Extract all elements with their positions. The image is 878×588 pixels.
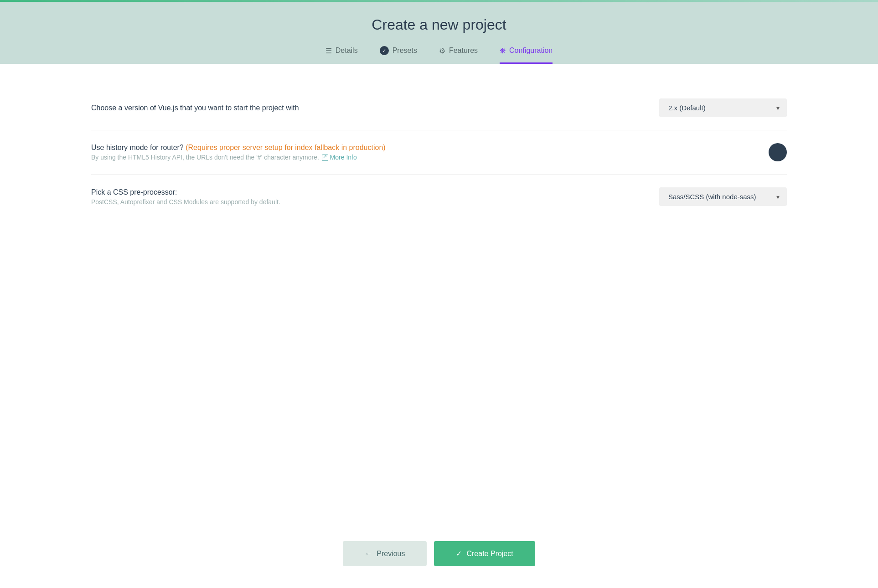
vue-version-select-wrapper: 2.x (Default) 3.x (Preview) ▾ <box>659 98 787 117</box>
previous-button-label: Previous <box>377 550 405 558</box>
create-project-label: Create Project <box>466 550 513 558</box>
history-mode-sublabel: By using the HTML5 History API, the URLs… <box>91 154 386 161</box>
css-preprocessor-control: Sass/SCSS (with node-sass) Less Stylus ▾ <box>659 187 787 206</box>
vue-version-label: Choose a version of Vue.js that you want… <box>91 104 299 112</box>
people-icon: ⚙ <box>439 46 445 55</box>
history-mode-control <box>769 143 787 161</box>
tab-presets[interactable]: ✓ Presets <box>380 46 417 64</box>
history-mode-label: Use history mode for router? (Requires p… <box>91 144 386 161</box>
history-mode-toggle[interactable] <box>769 143 787 161</box>
history-mode-row: Use history mode for router? (Requires p… <box>91 130 787 175</box>
header: Create a new project ☰ Details ✓ Presets… <box>0 2 878 64</box>
tab-details-label: Details <box>336 46 358 55</box>
tab-bar: ☰ Details ✓ Presets ⚙ Features ❋ Configu… <box>0 46 878 64</box>
list-icon: ☰ <box>325 46 332 55</box>
tab-features-label: Features <box>449 46 478 55</box>
check-circle-icon: ✓ <box>380 46 389 55</box>
tab-features[interactable]: ⚙ Features <box>439 46 478 64</box>
page-title: Create a new project <box>0 16 878 33</box>
css-preprocessor-select-wrapper: Sass/SCSS (with node-sass) Less Stylus ▾ <box>659 187 787 206</box>
footer: ← Previous ✓ Create Project <box>0 526 878 588</box>
vue-version-row: Choose a version of Vue.js that you want… <box>91 86 787 130</box>
tab-configuration[interactable]: ❋ Configuration <box>500 46 553 64</box>
vue-version-select[interactable]: 2.x (Default) 3.x (Preview) <box>659 98 787 117</box>
tab-presets-label: Presets <box>393 46 417 55</box>
tab-details[interactable]: ☰ Details <box>325 46 358 64</box>
tab-configuration-label: Configuration <box>509 46 553 55</box>
css-preprocessor-sublabel: PostCSS, Autoprefixer and CSS Modules ar… <box>91 198 280 206</box>
arrow-left-icon: ← <box>365 550 372 558</box>
main-content: Choose a version of Vue.js that you want… <box>0 64 878 526</box>
external-link-icon <box>322 155 328 161</box>
history-mode-warning: (Requires proper server setup for index … <box>186 144 385 151</box>
css-preprocessor-label: Pick a CSS pre-processor: PostCSS, Autop… <box>91 188 280 206</box>
gear-icon: ❋ <box>500 46 506 55</box>
previous-button[interactable]: ← Previous <box>343 541 427 566</box>
more-info-link[interactable]: More Info <box>330 154 357 161</box>
css-preprocessor-row: Pick a CSS pre-processor: PostCSS, Autop… <box>91 175 787 219</box>
checkmark-icon: ✓ <box>456 549 462 558</box>
vue-version-control: 2.x (Default) 3.x (Preview) ▾ <box>659 98 787 117</box>
css-preprocessor-select[interactable]: Sass/SCSS (with node-sass) Less Stylus <box>659 187 787 206</box>
create-project-button[interactable]: ✓ Create Project <box>434 541 535 566</box>
